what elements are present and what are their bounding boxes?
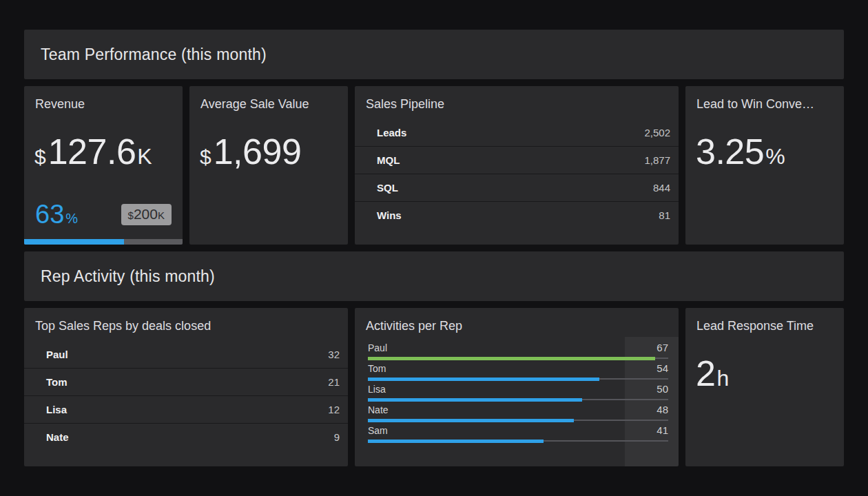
rep-deals-value: 32 xyxy=(328,349,340,360)
average-sale-value: $1,699 xyxy=(200,131,338,172)
bar-row: Lisa50 xyxy=(368,383,668,402)
bar-fill xyxy=(368,440,544,443)
widget-average-sale-value: Average Sale Value $1,699 xyxy=(189,86,348,245)
lead-response-value: 2h xyxy=(696,353,834,394)
widget-title-lead-to-win: Lead to Win Conve… xyxy=(685,86,844,113)
list-item: MQL1,877 xyxy=(355,146,679,174)
bar-value: 67 xyxy=(657,342,668,354)
dashboard-grid: Team Performance (this month) Revenue $1… xyxy=(24,30,844,466)
widget-title-activities-per-rep: Activities per Rep xyxy=(355,308,679,335)
bar-label: Tom xyxy=(368,362,386,375)
bar-fill xyxy=(368,398,582,402)
bar-row-header: Lisa50 xyxy=(368,383,668,395)
rep-name-label: Nate xyxy=(46,431,69,443)
bar-label: Sam xyxy=(368,424,388,437)
list-item: Paul32 xyxy=(24,340,348,368)
widget-lead-response-time: Lead Response Time 2h xyxy=(685,308,844,466)
widget-activities-per-rep: Activities per Rep Paul67 Tom54 Lisa50 N… xyxy=(355,308,679,466)
bar-row-header: Paul67 xyxy=(368,342,668,354)
widget-title-top-sales-reps: Top Sales Reps by deals closed xyxy=(24,308,348,335)
pipeline-stage-label: SQL xyxy=(377,182,398,194)
widget-title-lead-response-time: Lead Response Time xyxy=(685,308,844,335)
pipeline-stage-value: 81 xyxy=(659,209,670,221)
list-item: Leads2,502 xyxy=(355,118,679,146)
widget-revenue: Revenue $127.6K 63% $200K xyxy=(24,86,183,245)
revenue-progress-row: 63% $200K xyxy=(35,200,172,229)
bar-value: 50 xyxy=(657,383,668,395)
percent-symbol: % xyxy=(765,144,785,169)
widget-sales-pipeline: Sales Pipeline Leads2,502 MQL1,877 SQL84… xyxy=(355,86,679,245)
bar-track xyxy=(368,398,668,402)
bar-row: Sam41 xyxy=(368,424,668,443)
progress-percent-symbol: % xyxy=(65,211,78,226)
section-title-rep-activity: Rep Activity (this month) xyxy=(41,267,215,286)
bar-track xyxy=(368,440,668,443)
bar-row: Tom54 xyxy=(368,362,668,381)
lead-to-win-number: 3.25 xyxy=(696,132,764,172)
bar-chart: Paul67 Tom54 Lisa50 Nate48 Sam41 xyxy=(368,342,668,443)
bar-fill xyxy=(368,419,574,422)
bar-label: Nate xyxy=(368,404,389,416)
progress-percent: 63% xyxy=(35,200,78,229)
progress-percent-number: 63 xyxy=(35,200,64,229)
rep-name-label: Tom xyxy=(46,376,68,388)
bar-track xyxy=(368,378,668,381)
widget-title-average-sale-value: Average Sale Value xyxy=(189,86,348,113)
bar-track xyxy=(368,419,668,422)
rep-deals-value: 12 xyxy=(328,404,340,415)
revenue-unit: K xyxy=(137,144,152,169)
pipeline-stage-label: MQL xyxy=(377,154,400,166)
pipeline-list: Leads2,502 MQL1,877 SQL844 Wins81 xyxy=(355,118,679,229)
bar-value: 48 xyxy=(657,404,668,416)
currency-symbol: $ xyxy=(200,145,211,168)
bar-label: Lisa xyxy=(368,383,386,395)
target-currency-symbol: $ xyxy=(128,209,134,221)
lead-response-number: 2 xyxy=(696,353,715,393)
rep-deals-value: 21 xyxy=(328,376,340,388)
rep-deals-value: 9 xyxy=(334,431,340,443)
average-sale-number: 1,699 xyxy=(214,132,302,172)
revenue-value: $127.6K xyxy=(34,131,173,172)
bar-row-header: Tom54 xyxy=(368,362,668,375)
pipeline-stage-value: 2,502 xyxy=(644,127,670,138)
progress-bar-fill xyxy=(24,239,124,245)
section-header-team-performance: Team Performance (this month) xyxy=(24,30,844,79)
list-item: Tom21 xyxy=(24,368,348,395)
bar-fill xyxy=(368,357,655,360)
pipeline-stage-value: 844 xyxy=(653,182,670,194)
list-item: SQL844 xyxy=(355,174,679,201)
list-item: Nate9 xyxy=(24,423,348,451)
pipeline-stage-value: 1,877 xyxy=(644,154,670,166)
lead-response-unit: h xyxy=(716,366,729,391)
pipeline-stage-label: Leads xyxy=(377,127,406,138)
bar-row: Paul67 xyxy=(368,342,668,360)
lead-to-win-value: 3.25% xyxy=(696,131,834,172)
revenue-number: 127.6 xyxy=(48,132,136,172)
bar-value: 54 xyxy=(657,362,668,375)
bar-fill xyxy=(368,378,599,381)
bar-label: Paul xyxy=(368,342,387,354)
target-badge: $200K xyxy=(121,204,172,225)
bar-value: 41 xyxy=(657,424,668,437)
bar-row: Nate48 xyxy=(368,404,668,422)
currency-symbol: $ xyxy=(34,145,46,168)
widget-title-sales-pipeline: Sales Pipeline xyxy=(355,86,679,113)
target-unit: K xyxy=(158,209,165,221)
rep-name-label: Paul xyxy=(46,349,68,360)
progress-bar xyxy=(24,239,183,245)
bar-row-header: Sam41 xyxy=(368,424,668,437)
list-item: Lisa12 xyxy=(24,395,348,423)
section-header-rep-activity: Rep Activity (this month) xyxy=(24,251,844,301)
widget-top-sales-reps: Top Sales Reps by deals closed Paul32 To… xyxy=(24,308,348,466)
bar-track xyxy=(368,357,668,360)
rep-name-label: Lisa xyxy=(46,404,67,415)
target-number: 200 xyxy=(134,206,158,222)
list-item: Wins81 xyxy=(355,201,679,229)
section-title-team-performance: Team Performance (this month) xyxy=(41,45,267,64)
pipeline-stage-label: Wins xyxy=(377,209,402,221)
widget-title-revenue: Revenue xyxy=(24,86,183,113)
dashboard-page: { "colors": { "page_bg": "#111113", "car… xyxy=(0,0,868,496)
widget-lead-to-win-conversion: Lead to Win Conve… 3.25% xyxy=(685,86,844,245)
top-reps-list: Paul32 Tom21 Lisa12 Nate9 xyxy=(24,340,348,451)
bar-row-header: Nate48 xyxy=(368,404,668,416)
